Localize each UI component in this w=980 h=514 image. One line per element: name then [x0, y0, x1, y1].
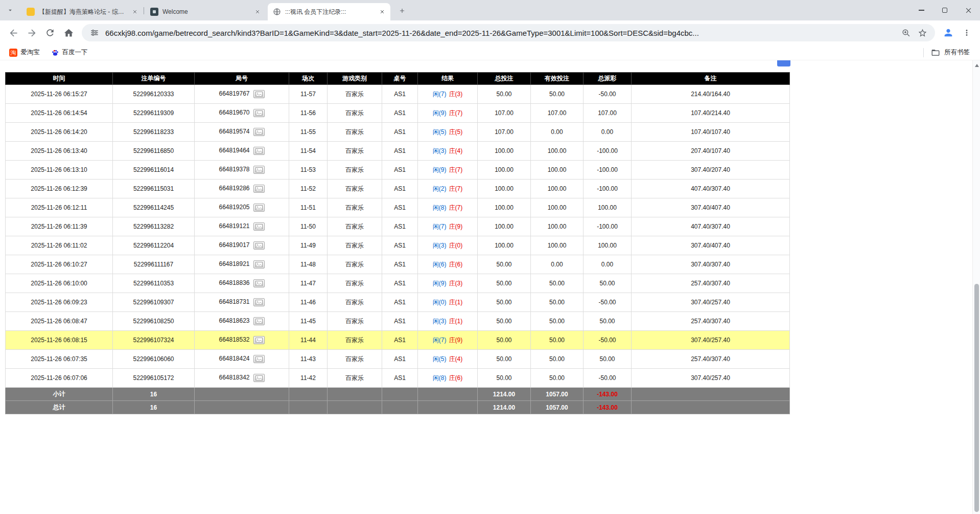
column-header: 局号 [195, 73, 289, 85]
window-controls [909, 0, 980, 20]
maximize-button[interactable] [933, 0, 956, 20]
scrollbar[interactable] [972, 60, 980, 514]
bet-row[interactable]: 2025-11-26 06:15:27522996120333664819767… [6, 85, 790, 104]
menu-button[interactable] [958, 24, 976, 42]
bet-row[interactable]: 2025-11-26 06:08:47522996108250664818623… [6, 312, 790, 331]
cell-total-bet[interactable]: 50.00 [478, 331, 531, 350]
reload-button[interactable] [41, 24, 59, 42]
view-round-icon[interactable] [253, 317, 265, 325]
url-text[interactable]: 66cxkj98.com/game/betrecord_search/kind3… [105, 29, 895, 37]
cell-table-no: AS1 [382, 180, 418, 198]
view-round-icon[interactable] [253, 260, 265, 269]
cell-time: 2025-11-26 06:07:35 [6, 350, 113, 369]
tab-forum[interactable]: 【新提醒】海燕策略论坛 - 综合... [21, 3, 143, 20]
view-round-icon[interactable] [253, 204, 265, 212]
bet-row[interactable]: 2025-11-26 06:14:54522996119309664819670… [6, 104, 790, 123]
back-button[interactable] [4, 24, 22, 42]
cell-total-bet[interactable]: 50.00 [478, 85, 531, 104]
partial-button[interactable] [777, 60, 790, 66]
cell-round: 664818342 [195, 369, 289, 388]
tab-welcome[interactable]: Welcome [145, 3, 266, 20]
view-round-icon[interactable] [253, 279, 265, 287]
view-round-icon[interactable] [253, 185, 265, 193]
bet-row[interactable]: 2025-11-26 06:12:11522996114245664819205… [6, 198, 790, 217]
cell-total-bet[interactable]: 100.00 [478, 180, 531, 198]
cell-total-bet[interactable]: 100.00 [478, 142, 531, 161]
cell-total-bet[interactable]: 50.00 [478, 312, 531, 331]
new-tab-button[interactable] [395, 4, 409, 17]
round-number: 664819286 [219, 185, 249, 192]
scroll-up-icon[interactable] [973, 62, 980, 69]
tab-close-icon[interactable] [253, 8, 262, 16]
cell-total-bet[interactable]: 50.00 [478, 369, 531, 388]
home-button[interactable] [59, 24, 78, 42]
bet-row[interactable]: 2025-11-26 06:12:39522996115031664819286… [6, 180, 790, 198]
cell-total-bet[interactable]: 50.00 [478, 350, 531, 369]
result-player: 闲(9) [433, 166, 447, 173]
bet-row[interactable]: 2025-11-26 06:07:35522996106060664818424… [6, 350, 790, 369]
view-round-icon[interactable] [253, 298, 265, 306]
forward-button[interactable] [22, 24, 41, 42]
url-bar[interactable]: 66cxkj98.com/game/betrecord_search/kind3… [82, 24, 935, 41]
bet-row[interactable]: 2025-11-26 06:09:23522996109307664818731… [6, 293, 790, 312]
cell-table-no: AS1 [382, 104, 418, 123]
view-round-icon[interactable] [253, 355, 265, 363]
tab-bet-records[interactable]: :::视讯 会员下注纪录::: [268, 3, 390, 20]
cell-valid-bet: 100.00 [531, 142, 584, 161]
zoom-icon[interactable] [900, 27, 912, 38]
view-round-icon[interactable] [253, 374, 265, 382]
profile-button[interactable] [939, 24, 958, 42]
globe-favicon-icon [273, 8, 281, 16]
cell-note: 407.40/307.40 [632, 217, 790, 236]
tab-search-chevron-icon[interactable] [4, 5, 16, 15]
site-info-icon[interactable] [89, 27, 100, 38]
bookmark-star-icon[interactable] [917, 27, 928, 38]
bet-row[interactable]: 2025-11-26 06:10:00522996110353664818836… [6, 274, 790, 293]
bet-row[interactable]: 2025-11-26 06:10:27522996111167664818921… [6, 255, 790, 274]
tab-close-icon[interactable] [378, 8, 386, 16]
result-player: 闲(2) [433, 185, 447, 192]
cell-total-bet[interactable]: 100.00 [478, 198, 531, 217]
all-bookmarks-button[interactable]: 所有书签 [923, 48, 975, 57]
view-round-icon[interactable] [253, 222, 265, 231]
bet-row[interactable]: 2025-11-26 06:11:02522996112204664819017… [6, 236, 790, 255]
tab-close-icon[interactable] [131, 8, 139, 16]
view-round-icon[interactable] [253, 241, 265, 250]
view-round-icon[interactable] [253, 336, 265, 344]
cell-total-bet[interactable]: 107.00 [478, 104, 531, 123]
bet-row[interactable]: 2025-11-26 06:08:15522996107324664818532… [6, 331, 790, 350]
view-round-icon[interactable] [253, 109, 265, 117]
profile-icon [943, 27, 954, 38]
summary-empty [418, 401, 478, 414]
cell-total-bet[interactable]: 100.00 [478, 236, 531, 255]
round-number: 664819574 [219, 128, 249, 135]
cell-total-bet[interactable]: 100.00 [478, 217, 531, 236]
cell-total-bet[interactable]: 100.00 [478, 161, 531, 180]
column-header: 场次 [289, 73, 328, 85]
cell-total-bet[interactable]: 107.00 [478, 123, 531, 142]
view-round-icon[interactable] [253, 166, 265, 174]
bookmark-aitaobao[interactable]: 淘 爱淘宝 [5, 47, 44, 58]
three-dots-icon [962, 28, 971, 37]
column-header: 总派彩 [584, 73, 632, 85]
bet-row[interactable]: 2025-11-26 06:11:39522996113282664819121… [6, 217, 790, 236]
bookmark-baidu[interactable]: 百度一下 [47, 47, 92, 58]
view-round-icon[interactable] [253, 128, 265, 136]
bet-row[interactable]: 2025-11-26 06:07:06522996105172664818342… [6, 369, 790, 388]
cell-total-bet[interactable]: 50.00 [478, 255, 531, 274]
bet-row[interactable]: 2025-11-26 06:13:40522996116850664819464… [6, 142, 790, 161]
cell-game-type: 百家乐 [328, 123, 382, 142]
minimize-button[interactable] [909, 0, 933, 20]
scrollbar-thumb[interactable] [974, 284, 979, 512]
column-header: 结果 [418, 73, 478, 85]
close-button[interactable] [956, 0, 980, 20]
cell-total-bet[interactable]: 50.00 [478, 274, 531, 293]
forum-favicon-icon [27, 8, 35, 16]
cell-total-bet[interactable]: 50.00 [478, 293, 531, 312]
view-round-icon[interactable] [253, 147, 265, 155]
bet-row[interactable]: 2025-11-26 06:14:20522996118233664819574… [6, 123, 790, 142]
view-round-icon[interactable] [253, 90, 265, 98]
cell-game-type: 百家乐 [328, 293, 382, 312]
cell-round: 664819464 [195, 142, 289, 161]
bet-row[interactable]: 2025-11-26 06:13:10522996116014664819378… [6, 161, 790, 180]
